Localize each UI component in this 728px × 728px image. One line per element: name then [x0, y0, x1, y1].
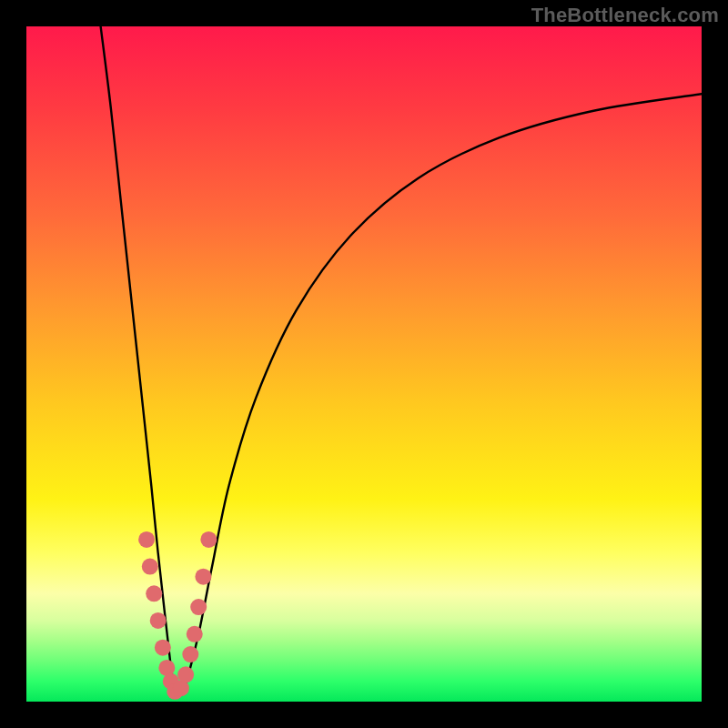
plot-area [26, 26, 702, 702]
left-branch-path [101, 26, 176, 695]
sample-dots-group [138, 531, 217, 700]
curve-layer [26, 26, 702, 702]
sample-dot [200, 531, 217, 548]
sample-dot [155, 640, 171, 656]
outer-frame: TheBottleneck.com [0, 0, 728, 728]
sample-dot [182, 646, 198, 662]
sample-dot [195, 569, 211, 585]
sample-dot [177, 666, 194, 682]
sample-dot [150, 612, 167, 629]
sample-dot [142, 559, 158, 575]
sample-dot [187, 626, 203, 642]
sample-dot [138, 531, 155, 548]
sample-dot [190, 599, 207, 615]
right-branch-path [182, 94, 702, 694]
watermark-text: TheBottleneck.com [531, 4, 719, 27]
sample-dot [146, 585, 162, 602]
